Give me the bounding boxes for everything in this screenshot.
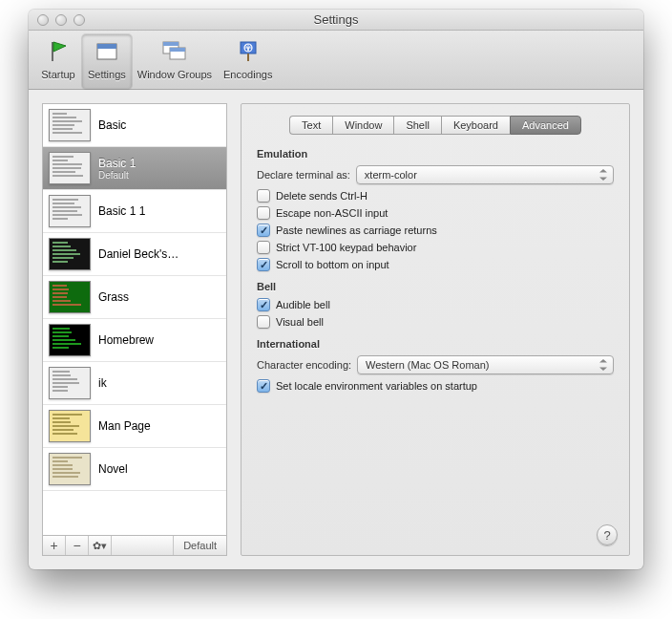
set-locale-label: Set locale environment variables on star…: [276, 380, 477, 392]
profile-name: ik: [98, 376, 107, 390]
toolbar-window-groups[interactable]: Window Groups: [132, 34, 218, 89]
toolbar: Startup Settings Window Groups Encodings: [29, 31, 643, 90]
profile-name: Basic 1 1: [98, 204, 145, 218]
profile-name: Novel: [98, 462, 128, 476]
emulation-heading: Emulation: [257, 148, 614, 160]
checkbox[interactable]: [257, 224, 270, 237]
profile-row[interactable]: Homebrew: [43, 319, 226, 362]
windows-stack-icon: [159, 36, 190, 67]
flag-icon: [43, 36, 74, 67]
profile-thumbnail: [49, 109, 91, 141]
help-button[interactable]: ?: [597, 524, 618, 545]
set-locale-checkbox[interactable]: [257, 379, 270, 393]
tab-window[interactable]: Window: [332, 116, 393, 135]
add-profile-button[interactable]: +: [43, 536, 66, 555]
declare-terminal-label: Declare terminal as:: [257, 169, 350, 181]
svg-rect-4: [163, 42, 178, 46]
profile-row[interactable]: Novel: [43, 448, 226, 491]
bell-heading: Bell: [257, 281, 614, 292]
checkbox-label: Scroll to bottom on input: [276, 259, 389, 270]
checkbox-label: Audible bell: [276, 299, 330, 310]
international-heading: International: [257, 338, 614, 350]
settings-window: Settings Startup Settings Window Groups …: [29, 10, 643, 569]
profile-row[interactable]: Basic: [43, 104, 226, 147]
profile-thumbnail: [49, 238, 91, 270]
checkbox[interactable]: [257, 298, 270, 311]
checkbox[interactable]: [257, 315, 270, 329]
checkbox-label: Delete sends Ctrl-H: [276, 190, 368, 202]
declare-terminal-select[interactable]: xterm-color: [356, 165, 614, 184]
profile-row[interactable]: Basic 1Default: [43, 147, 226, 190]
profile-name: Homebrew: [98, 333, 154, 347]
tab-text[interactable]: Text: [289, 116, 332, 135]
profile-row[interactable]: ik: [43, 362, 226, 405]
checkbox-label: Escape non-ASCII input: [276, 207, 388, 219]
profile-thumbnail: [49, 195, 91, 227]
profile-thumbnail: [49, 281, 91, 313]
remove-profile-button[interactable]: −: [66, 536, 89, 555]
character-encoding-select[interactable]: Western (Mac OS Roman): [357, 355, 614, 374]
checkbox-label: Visual bell: [276, 316, 324, 328]
profile-thumbnail: [49, 152, 91, 184]
window-icon: [92, 36, 122, 67]
tab-bar: TextWindowShellKeyboardAdvanced: [257, 116, 614, 135]
settings-panel: TextWindowShellKeyboardAdvanced Emulatio…: [241, 103, 630, 556]
checkbox-label: Strict VT-100 keypad behavior: [276, 242, 416, 253]
toolbar-settings[interactable]: Settings: [82, 34, 132, 89]
window-title: Settings: [29, 12, 643, 27]
profile-row[interactable]: Man Page: [43, 405, 226, 448]
tab-keyboard[interactable]: Keyboard: [441, 116, 510, 135]
tab-shell[interactable]: Shell: [393, 116, 440, 135]
profile-row[interactable]: Grass: [43, 276, 226, 319]
profile-name: Man Page: [98, 419, 151, 433]
profile-name: Basic 1: [98, 157, 136, 170]
toolbar-startup[interactable]: Startup: [34, 34, 82, 89]
profile-row[interactable]: Daniel Beck's…: [43, 233, 226, 276]
profile-thumbnail: [49, 453, 91, 485]
profile-thumbnail: [49, 410, 91, 442]
svg-rect-6: [170, 48, 185, 52]
profile-sidebar: BasicBasic 1DefaultBasic 1 1Daniel Beck'…: [42, 103, 227, 556]
checkbox-label: Paste newlines as carriage returns: [276, 224, 437, 236]
profile-thumbnail: [49, 324, 91, 356]
checkbox[interactable]: [257, 206, 270, 220]
globe-icon: [233, 36, 263, 67]
svg-rect-9: [247, 53, 249, 61]
set-default-button[interactable]: Default: [173, 536, 226, 555]
profile-subtitle: Default: [98, 170, 136, 181]
toolbar-encodings[interactable]: Encodings: [218, 34, 278, 89]
checkbox[interactable]: [257, 189, 270, 203]
profile-actions-menu[interactable]: ✿▾: [89, 536, 112, 555]
titlebar: Settings: [29, 10, 643, 31]
character-encoding-label: Character encoding:: [257, 359, 351, 371]
profile-name: Daniel Beck's…: [98, 247, 178, 261]
svg-rect-2: [97, 44, 116, 49]
profile-name: Basic: [98, 118, 126, 132]
profile-thumbnail: [49, 367, 91, 399]
checkbox[interactable]: [257, 258, 270, 271]
checkbox[interactable]: [257, 241, 270, 254]
profile-row[interactable]: Basic 1 1: [43, 190, 226, 233]
tab-advanced[interactable]: Advanced: [510, 116, 581, 135]
profile-name: Grass: [98, 290, 129, 304]
profile-footer: + − ✿▾ Default: [42, 535, 227, 556]
